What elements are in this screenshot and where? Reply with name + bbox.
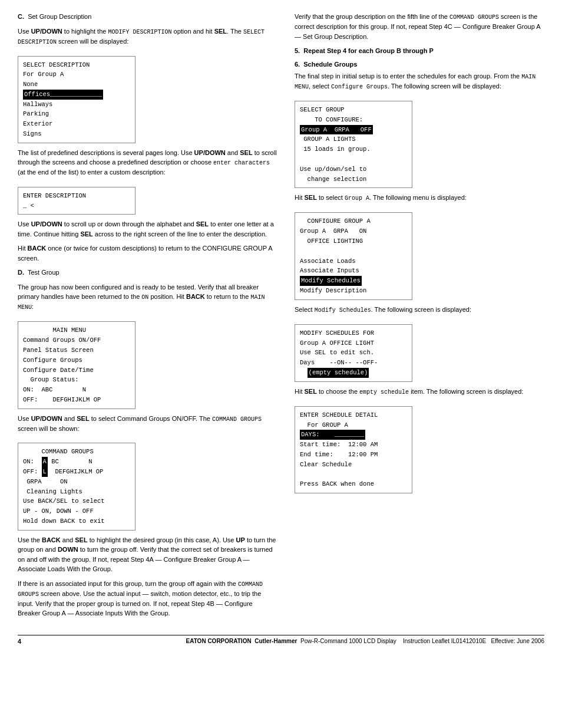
sel-empty-para: Hit SEL to choose the empty schedule ite… — [295, 387, 544, 397]
section-c-heading: C. Set Group Description — [18, 12, 277, 22]
sel-group-para: Hit SEL to select Group A. The following… — [295, 193, 544, 203]
modify-schedules-box: MODIFY SCHEDULES FOR Group A OFFICE LIGH… — [295, 324, 412, 382]
section-c-para3: Use UP/DOWN to scroll up or down through… — [18, 219, 277, 239]
section-c-para4: Hit BACK once (or twice for custom desci… — [18, 243, 277, 263]
verify-para: Verify that the group description on the… — [295, 12, 544, 41]
section-d-para3: Use the BACK and SEL to highlight the de… — [18, 535, 277, 574]
enter-description-box: ENTER DESCRIPTION _ < — [18, 187, 135, 215]
section-c-para1: Use UP/DOWN to highlight the MODIFY DESC… — [18, 27, 277, 47]
section5-heading: 5. Repeat Step 4 for each Group B throug… — [295, 46, 544, 56]
page-layout: C. Set Group Description Use UP/DOWN to … — [18, 12, 544, 623]
section-d-heading: D. Test Group — [18, 268, 277, 278]
select-description-box: SELECT DESCRIPTION For Group A None Offi… — [18, 56, 135, 143]
left-column: C. Set Group Description Use UP/DOWN to … — [18, 12, 277, 623]
main-menu-box: MAIN MENU Command Groups ON/OFF Panel St… — [18, 321, 135, 409]
right-column: Verify that the group description on the… — [295, 12, 544, 623]
select-group-box: SELECT GROUP TO CONFIGURE: Group A GRPA … — [295, 101, 412, 188]
section-d-para2: Use UP/DOWN and SEL to select Command Gr… — [18, 414, 277, 434]
enter-schedule-detail-box: ENTER SCHEDULE DETAIL For GROUP A DAYS: … — [295, 406, 412, 493]
footer: 4 EATON CORPORATION Cutler-Hammer Pow-R-… — [18, 635, 544, 645]
configure-group-a-box: CONFIGURE GROUP A Group A GRPA ON OFFICE… — [295, 212, 412, 299]
section-d-para1: The group has now been configured and is… — [18, 282, 277, 312]
command-groups-box: COMMAND GROUPS ON: A BC N OFF: L DEFGHIJ… — [18, 443, 135, 530]
section6-para: The final step in initial setup is to en… — [295, 71, 544, 91]
footer-info: EATON CORPORATION Cutler-Hammer Pow-R-Co… — [186, 638, 544, 644]
section-c-para2: The list of predefined descriptions is s… — [18, 148, 277, 177]
modify-sched-para: Select Modify Schedules. The following s… — [295, 305, 544, 315]
section-d-para4: If there is an associated input for this… — [18, 579, 277, 618]
footer-page-num: 4 — [18, 638, 21, 645]
section6-heading: 6. Schedule Groups — [295, 60, 544, 70]
